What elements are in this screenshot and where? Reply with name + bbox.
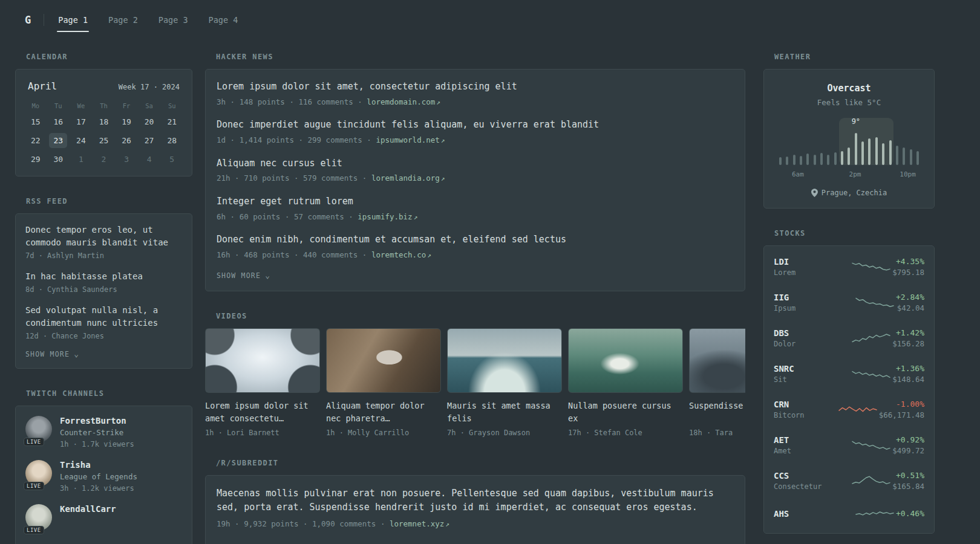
stock-identity: AET Amet (774, 435, 850, 455)
rss-item-title[interactable]: Donec tempor eros leo, ut commodo mauris… (25, 224, 182, 249)
stock-sparkline (851, 259, 891, 275)
page-tab[interactable]: Page 4 (207, 5, 240, 35)
temperature-bar (903, 147, 905, 165)
stock-identity: DBS Dolor (774, 328, 850, 348)
stock-identity: CRN Bitcorn (774, 400, 837, 419)
stock-symbol: LDI (774, 257, 850, 267)
subreddit-card: Maecenas mollis pulvinar erat non posuer… (205, 475, 745, 544)
stock-change: +4.35% (892, 257, 924, 266)
rss-widget-title: RSS FEED (26, 197, 192, 206)
hn-story-title[interactable]: Aliquam nec cursus elit (217, 157, 734, 170)
stock-row[interactable]: AHS +0.46% (774, 499, 924, 530)
reddit-source-link[interactable]: loremnet.xyz↗ (390, 519, 449, 528)
hn-story: Donec enim nibh, condimentum et accumsan… (217, 233, 734, 260)
video-card: Nullam posuere cursus ex 17h · Stefan Co… (568, 328, 683, 438)
temperature-bar (910, 149, 912, 165)
video-meta: 1h · Molly Carrillo (326, 428, 441, 438)
calendar-day-number: 4 (140, 152, 158, 167)
reddit-post-title[interactable]: Maecenas mollis pulvinar erat non posuer… (217, 487, 734, 514)
live-badge: LIVE (24, 526, 44, 534)
stock-name: Ipsum (774, 304, 854, 312)
weather-feels-like: Feels like 5°C (774, 98, 924, 107)
calendar-day-number: 17 (72, 114, 90, 129)
stock-change: +1.36% (892, 364, 924, 373)
page-tab[interactable]: Page 2 (107, 5, 139, 35)
hn-meta-text: 1d · 1,414 points · 299 comments · (217, 135, 371, 144)
rss-item-title[interactable]: In hac habitasse platea (25, 270, 182, 283)
hn-source-link[interactable]: loremtech.co↗ (371, 250, 431, 259)
stock-sparkline (851, 438, 891, 453)
twitch-channel[interactable]: LIVE Trisha League of Legends 3h · 1.2k … (25, 460, 182, 494)
channel-name[interactable]: Trisha (60, 460, 137, 470)
stock-price: $42.04 (896, 303, 924, 312)
hn-source-link[interactable]: ipsumworld.net↗ (376, 135, 445, 144)
stock-row[interactable]: SNRC Sit +1.36% $148.64 (774, 356, 924, 392)
rss-item-title[interactable]: Sed volutpat nulla nisl, a condimentum n… (25, 304, 182, 329)
video-thumbnail[interactable] (326, 328, 441, 393)
video-title[interactable]: Aliquam tempor dolor nec pharetra… (326, 400, 441, 425)
calendar-day-number: 19 (117, 114, 136, 129)
page-tab[interactable]: Page 1 (57, 5, 89, 35)
calendar-day: 20 (138, 112, 161, 131)
video-meta: 17h · Stefan Cole (568, 428, 683, 438)
stock-values: +0.92% $499.72 (892, 435, 924, 455)
video-title[interactable]: Lorem ipsum dolor sit amet consectetu… (205, 400, 320, 425)
twitch-channel[interactable]: LIVE KendallCarr (25, 504, 182, 531)
hn-domain: ipsumworld.net (376, 135, 439, 144)
temperature-bar (855, 133, 857, 165)
subreddit-widget: /R/SUBREDDIT Maecenas mollis pulvinar er… (205, 459, 745, 544)
hn-source-link[interactable]: loremdomain.com↗ (367, 97, 440, 106)
video-thumbnail[interactable] (689, 328, 745, 393)
stock-row[interactable]: CRN Bitcorn -1.00% $66,171.48 (774, 392, 924, 427)
external-link-icon: ↗ (436, 99, 440, 106)
stock-row[interactable]: AET Amet +0.92% $499.72 (774, 427, 924, 463)
weather-times: 6am 2pm 10pm (774, 170, 924, 180)
hn-story-title[interactable]: Lorem ipsum dolor sit amet, consectetur … (217, 80, 734, 94)
hn-domain: loremlandia.org (371, 173, 440, 183)
video-title[interactable]: Mauris sit amet massa felis (447, 400, 562, 425)
hn-story-meta: 21h · 710 points · 579 comments · loreml… (217, 173, 734, 184)
stock-row[interactable]: IIG Ipsum +2.84% $42.04 (774, 285, 924, 320)
hn-source-link[interactable]: ipsumify.biz↗ (358, 212, 417, 221)
hn-source-link[interactable]: loremlandia.org↗ (371, 173, 445, 183)
rss-list: Donec tempor eros leo, ut commodo mauris… (25, 224, 182, 341)
stocks-widget-title: STOCKS (774, 229, 935, 238)
video-title[interactable]: Suspendisse diam (689, 400, 745, 425)
hn-meta-text: 16h · 468 points · 440 comments · (217, 250, 367, 259)
calendar-day-header: Fr (115, 99, 138, 112)
temperature-bar (882, 143, 884, 165)
video-thumbnail[interactable] (205, 328, 320, 393)
channel-name[interactable]: ForrestBurton (60, 416, 134, 426)
videos-list: Lorem ipsum dolor sit amet consectetu… 1… (205, 328, 745, 438)
stock-row[interactable]: CCS Consectetur +0.51% $165.84 (774, 463, 924, 499)
hn-story-title[interactable]: Donec imperdiet augue tincidunt felis al… (217, 118, 734, 132)
hn-story-title[interactable]: Integer eget rutrum lorem (217, 195, 734, 209)
hn-domain: ipsumify.biz (358, 212, 412, 221)
video-thumbnail[interactable] (568, 328, 683, 393)
stock-change: +0.92% (892, 435, 924, 444)
calendar-day-header: We (70, 99, 93, 112)
video-title[interactable]: Nullam posuere cursus ex (568, 400, 683, 425)
app-logo: G (25, 14, 31, 26)
calendar-day-number: 16 (49, 114, 67, 129)
hn-show-more-button[interactable]: SHOW MORE ⌄ (217, 271, 270, 280)
twitch-channel[interactable]: LIVE ForrestBurton Counter-Strike 1h · 1… (25, 416, 182, 450)
temperature-bar (834, 152, 837, 165)
rss-show-more-button[interactable]: SHOW MORE ⌄ (25, 350, 79, 358)
hn-story-meta: 16h · 468 points · 440 comments · loremt… (217, 250, 734, 261)
stock-sparkline (851, 473, 891, 489)
calendar-month: April (28, 80, 57, 92)
stock-row[interactable]: LDI Lorem +4.35% $795.18 (774, 249, 924, 285)
page-tab[interactable]: Page 3 (157, 5, 189, 35)
hn-meta-text: 21h · 710 points · 579 comments · (217, 173, 367, 183)
calendar-day-headers: Mo Tu We Th Fr Sa Su (24, 99, 183, 112)
stock-row[interactable]: DBS Dolor +1.42% $156.28 (774, 320, 924, 356)
temperature-bar (779, 157, 782, 165)
hn-story-title[interactable]: Donec enim nibh, condimentum et accumsan… (217, 233, 734, 247)
hn-meta-text: 6h · 60 points · 57 comments · (217, 212, 353, 221)
channel-name[interactable]: KendallCarr (60, 504, 116, 514)
channel-avatar: LIVE (25, 504, 52, 531)
video-thumbnail[interactable] (447, 328, 562, 393)
twitch-card: LIVE ForrestBurton Counter-Strike 1h · 1… (15, 406, 192, 544)
video-card: Mauris sit amet massa felis 7h · Grayson… (447, 328, 562, 438)
